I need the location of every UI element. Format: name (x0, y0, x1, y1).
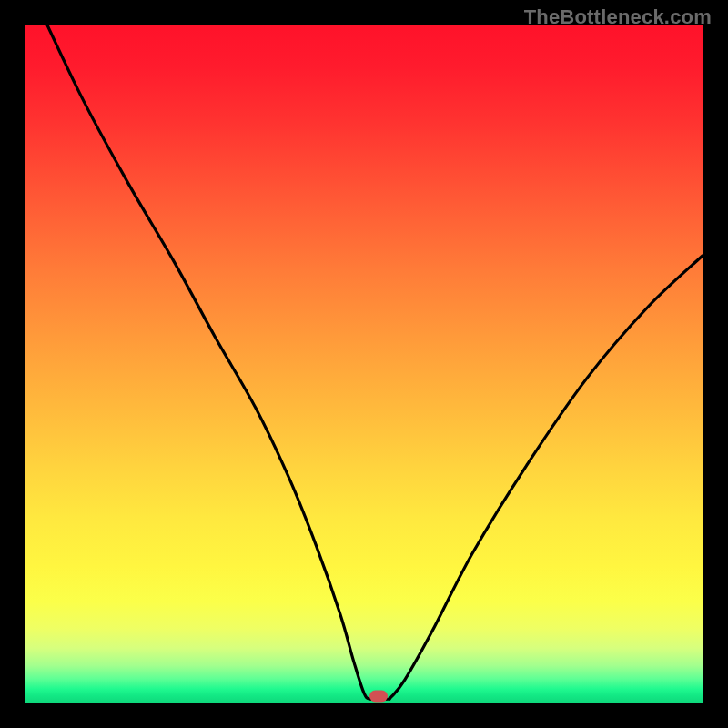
plot-area (25, 25, 703, 703)
watermark-text: TheBottleneck.com (524, 5, 712, 29)
chart-frame: TheBottleneck.com (0, 0, 728, 728)
bottleneck-curve (25, 25, 703, 703)
optimum-marker (369, 691, 388, 703)
